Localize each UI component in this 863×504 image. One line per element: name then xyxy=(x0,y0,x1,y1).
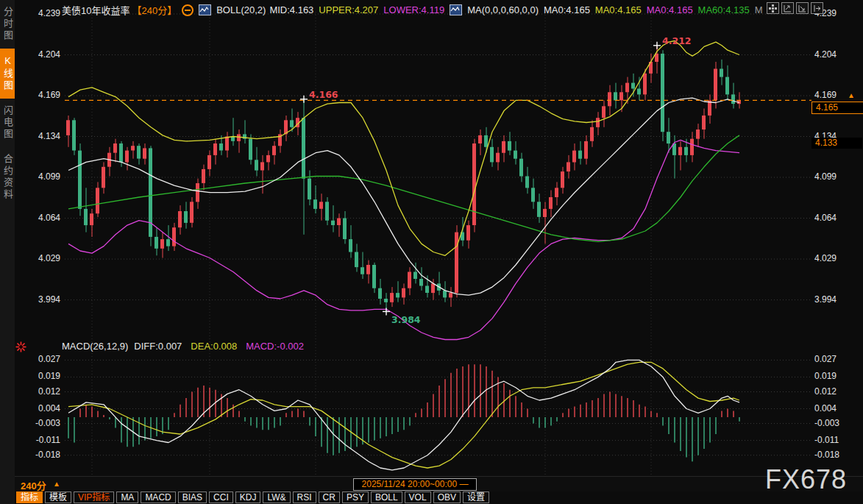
boll-indicator-icon xyxy=(199,4,211,15)
secondary-price-badge: 4.133 xyxy=(811,138,862,149)
macd-dea-value: DEA:0.008 xyxy=(191,341,237,352)
ma-indicator-icon xyxy=(450,4,462,15)
macd-macd-value: MACD:-0.002 xyxy=(246,341,304,352)
price-annotation: 4.212 xyxy=(662,35,692,46)
macd-diff-value: DIFF:0.007 xyxy=(134,341,182,352)
boll-mid-value: MID:4.163 xyxy=(269,4,313,15)
price-annotation: 4.166 xyxy=(309,89,338,100)
ma0-yellow-value: MA0:4.165 xyxy=(595,4,642,15)
ma-suffix: M xyxy=(755,4,763,15)
selected-bar-range-badge: 2025/11/24 20:00~00:00 — xyxy=(353,478,477,491)
boll-upper-value: UPPER:4.207 xyxy=(319,4,378,15)
collapse-indicator-icon[interactable] xyxy=(182,4,193,16)
boll-label: BOLL(20,2) xyxy=(216,4,266,15)
ma0-magenta-value: MA0:4.165 xyxy=(647,4,693,15)
watermark-logo: FX678 xyxy=(765,464,847,495)
ma0-white-value: MA0:4.165 xyxy=(544,4,590,15)
shift-right-icon[interactable] xyxy=(811,2,823,14)
zoom-out-icon[interactable] xyxy=(796,2,809,14)
boll_mid-line xyxy=(68,98,739,295)
chart-toolbuttons xyxy=(767,2,823,14)
diff-line xyxy=(68,360,739,469)
pan-tool-icon[interactable] xyxy=(767,2,779,14)
price-up-arrow-icon: ▲ xyxy=(848,91,855,99)
instrument-title: 美债10年收益率 xyxy=(62,3,129,17)
chart-header: 美债10年收益率 【240分】 BOLL(20,2) MID:4.163 UPP… xyxy=(62,3,763,17)
ma60-line xyxy=(68,135,739,241)
alert-star-icon[interactable] xyxy=(15,341,26,355)
macd-header: MACD(26,12,9) DIFF:0.007 DEA:0.008 MACD:… xyxy=(62,341,304,352)
ma60-value: MA60:4.135 xyxy=(698,4,750,15)
boll_upper-line xyxy=(68,41,739,256)
ma-label: MA(0,0,0,60,0,0) xyxy=(467,4,539,15)
price-annotation: 3.984 xyxy=(391,314,421,325)
boll-lower-value: LOWER:4.119 xyxy=(383,4,444,15)
macd-name: MACD(26,12,9) xyxy=(62,341,128,352)
zoom-in-icon[interactable] xyxy=(781,2,794,14)
kline-app: { "header": { "title": "美债10年收益率", "peri… xyxy=(0,0,863,504)
candlestick-macd-chart[interactable]: 4.1664.2123.984 xyxy=(0,0,863,504)
dea-line xyxy=(68,362,739,468)
current-price-badge: 4.165 xyxy=(811,102,863,114)
period-badge[interactable]: 【240分】 xyxy=(132,3,177,17)
